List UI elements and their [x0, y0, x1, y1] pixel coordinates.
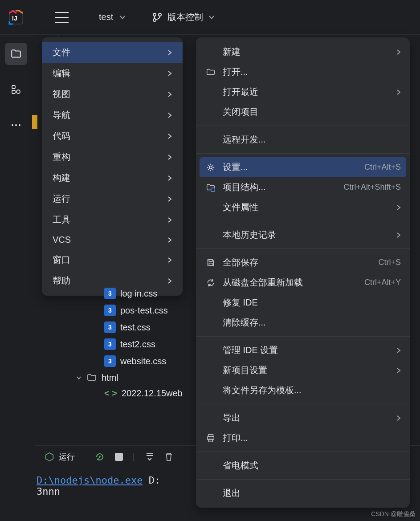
nodejs-icon: [45, 452, 54, 462]
chevron-right-icon: [167, 133, 172, 139]
scroll-to-end-button[interactable]: [145, 452, 155, 462]
file-menu-item[interactable]: 远程开发...: [196, 130, 410, 150]
menu-item-label: 窗口: [53, 254, 70, 266]
menu-item-label: 从磁盘全部重新加载: [223, 277, 358, 289]
reload-icon: [205, 278, 216, 288]
menu-separator: [196, 248, 410, 249]
svg-point-10: [19, 124, 20, 126]
svg-rect-12: [211, 187, 215, 191]
file-menu-item[interactable]: 项目结构...Ctrl+Alt+Shift+S: [196, 177, 410, 197]
file-label: test.css: [120, 322, 151, 333]
menu-item-label: 帮助: [53, 275, 70, 287]
tree-file-row[interactable]: 3pos-test.css: [104, 302, 183, 319]
main-menu-item[interactable]: 导航: [42, 105, 183, 126]
file-menu-item[interactable]: 打开...: [196, 62, 410, 82]
run-console[interactable]: D:\nodejs\node.exe D: 3nnn: [35, 472, 420, 500]
file-menu-item[interactable]: 从磁盘全部重新加载Ctrl+Alt+Y: [196, 273, 410, 293]
svg-point-2: [153, 13, 156, 16]
structure-tool-button[interactable]: [5, 78, 27, 101]
delete-button[interactable]: [164, 452, 173, 462]
file-menu-item[interactable]: 修复 IDE: [196, 293, 410, 313]
file-menu-item[interactable]: 文件属性: [196, 197, 410, 217]
more-tools-button[interactable]: [5, 114, 27, 136]
svg-text:IJ: IJ: [12, 15, 17, 22]
run-controls: |: [94, 452, 173, 462]
file-menu-item[interactable]: 导出: [196, 408, 410, 428]
chevron-right-icon: [396, 204, 401, 211]
file-menu-item[interactable]: 清除缓存...: [196, 313, 410, 333]
chevron-right-icon: [167, 196, 172, 202]
svg-rect-13: [209, 259, 212, 261]
menu-item-label: 导出: [223, 412, 390, 424]
svg-point-7: [16, 90, 20, 94]
main-menu-item[interactable]: 重构: [42, 147, 183, 167]
menu-separator: [196, 221, 410, 221]
chevron-right-icon: [396, 49, 401, 55]
project-crumb[interactable]: test: [99, 12, 126, 22]
main-menu-item[interactable]: 视图: [42, 84, 183, 105]
tree-file-row[interactable]: 3test2.css: [104, 336, 183, 353]
run-tab[interactable]: 运行: [45, 452, 75, 462]
exe-path-link[interactable]: D:\nodejs\node.exe: [37, 475, 143, 486]
main-menu-item[interactable]: 工具: [42, 209, 183, 230]
chevron-right-icon: [396, 347, 401, 354]
file-label: test2.css: [120, 339, 155, 350]
main-menu-item[interactable]: 文件: [42, 42, 183, 63]
console-text: D:: [149, 475, 161, 486]
file-label: 2022.12.15web: [122, 388, 183, 399]
chevron-right-icon: [167, 91, 172, 98]
rerun-button[interactable]: [94, 452, 105, 462]
file-menu-item[interactable]: 新项目设置: [196, 360, 410, 380]
file-menu-item[interactable]: 本地历史记录: [196, 225, 410, 245]
menu-item-label: 工具: [53, 214, 70, 226]
menu-item-label: 重构: [53, 151, 70, 163]
svg-point-8: [12, 124, 13, 126]
tree-file-row[interactable]: 3test.css: [104, 319, 183, 336]
main-menu-item[interactable]: 构建: [42, 167, 183, 188]
svg-rect-5: [12, 85, 15, 89]
menu-item-label: 设置...: [223, 161, 358, 173]
file-submenu-popup: 新建打开...打开最近关闭项目远程开发...设置...Ctrl+Alt+S项目结…: [196, 37, 410, 508]
scroll-down-icon: [145, 452, 155, 462]
folder-icon: [10, 48, 22, 60]
menu-item-label: 新项目设置: [223, 364, 390, 376]
file-menu-item[interactable]: 关闭项目: [196, 102, 410, 122]
structure-icon: [11, 85, 21, 94]
proj-struct-icon: [205, 183, 216, 192]
file-menu-item[interactable]: 全部保存Ctrl+S: [196, 252, 410, 273]
shortcut-label: Ctrl+Alt+Y: [364, 278, 401, 287]
file-menu-item[interactable]: 将文件另存为模板...: [196, 380, 410, 400]
project-tool-button[interactable]: [5, 43, 27, 65]
stop-button[interactable]: [115, 453, 123, 461]
tree-file-row[interactable]: 3log in.css: [104, 285, 183, 302]
file-menu-item[interactable]: 管理 IDE 设置: [196, 340, 410, 360]
file-menu-item[interactable]: 新建: [196, 42, 410, 62]
menu-item-label: 导航: [53, 109, 70, 121]
menu-item-label: 清除缓存...: [223, 317, 401, 329]
main-menu-item[interactable]: 窗口: [42, 249, 183, 270]
file-menu-item[interactable]: 设置...Ctrl+Alt+S: [200, 157, 406, 177]
menu-item-label: 视图: [53, 88, 70, 100]
chevron-right-icon: [396, 367, 401, 374]
tree-file-row[interactable]: 3website.css: [104, 353, 183, 370]
vcs-crumb[interactable]: 版本控制: [152, 11, 215, 23]
chevron-right-icon: [396, 415, 401, 421]
menu-item-label: 将文件另存为模板...: [223, 384, 401, 396]
tree-file-row[interactable]: < > 2022.12.15web: [104, 386, 183, 401]
save-icon: [205, 258, 216, 268]
file-label: website.css: [120, 356, 166, 366]
menu-separator: [196, 336, 410, 337]
console-output: 3nnn: [37, 486, 418, 497]
file-label: log in.css: [120, 289, 157, 299]
html-file-icon: < >: [104, 388, 117, 399]
menu-item-label: 编辑: [53, 67, 70, 79]
chevron-down-icon: [208, 14, 215, 20]
file-menu-item[interactable]: 打开最近: [196, 82, 410, 102]
main-menu-item[interactable]: VCS: [42, 230, 183, 249]
tree-folder-row[interactable]: html: [76, 370, 183, 386]
main-menu-item[interactable]: 编辑: [42, 63, 183, 84]
main-menu-item[interactable]: 代码: [42, 126, 183, 147]
main-menu-button[interactable]: [55, 12, 69, 23]
main-menu-item[interactable]: 运行: [42, 188, 183, 209]
gear-icon: [205, 163, 216, 172]
